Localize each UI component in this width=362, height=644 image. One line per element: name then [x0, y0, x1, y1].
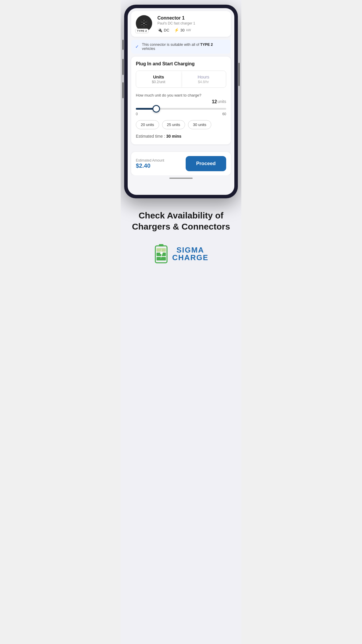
connector-name: Connector 1 [157, 15, 226, 21]
compatibility-text: This connector is suitable with all of T… [142, 43, 227, 51]
slider-unit: units [217, 99, 226, 104]
spec-power: ⚡ 30 kW [174, 28, 191, 32]
chip-30[interactable]: 30 units [188, 120, 211, 129]
tab-units-price: $0.2/unit [138, 80, 179, 84]
logo-area: SIGMA CHARGE [126, 244, 236, 264]
charging-slider[interactable] [136, 108, 226, 110]
tab-selector[interactable]: Units $0.2/unit Hours $4.8/hr [136, 71, 226, 88]
connector-info: Connector 1 Paul's DC fast charger 1 🔌 D… [157, 15, 226, 32]
below-phone: Check Availability of Chargers & Connect… [121, 198, 241, 273]
logo-charge: CHARGE [172, 254, 209, 261]
connector-card: TYPE 2 Connector 1 Paul's DC fast charge… [131, 11, 231, 37]
amount-value: $2.40 [136, 162, 164, 169]
chip-25[interactable]: 25 units [162, 120, 185, 129]
sigma-battery-icon [154, 244, 169, 264]
side-button-1 [122, 40, 124, 50]
tab-hours-price: $4.8/hr [183, 80, 224, 84]
svg-point-4 [145, 22, 147, 23]
amount-label: Estimated Amount [136, 158, 164, 162]
slider-max: 60 [222, 112, 226, 116]
headline: Check Availability of Chargers & Connect… [126, 210, 236, 232]
side-button-2 [122, 59, 124, 75]
lightning-icon: ⚡ [174, 28, 179, 32]
spec-current-type: 🔌 DC [157, 28, 169, 32]
charging-section: Plug In and Start Charging Units $0.2/un… [131, 57, 231, 144]
connector-specs: 🔌 DC ⚡ 30 kW [157, 28, 226, 32]
bottom-bar [128, 175, 234, 181]
side-button-3 [122, 82, 124, 98]
slider-value: 12 [212, 99, 217, 104]
plug-icon: 🔌 [157, 28, 162, 32]
estimated-time: Estimated time : 30 mins [136, 134, 226, 139]
svg-point-5 [145, 24, 147, 25]
connector-header: TYPE 2 Connector 1 Paul's DC fast charge… [136, 15, 226, 33]
phone-frame: TYPE 2 Connector 1 Paul's DC fast charge… [124, 5, 238, 198]
svg-point-2 [143, 22, 145, 24]
phone-screen: TYPE 2 Connector 1 Paul's DC fast charge… [128, 8, 234, 195]
svg-point-3 [143, 20, 145, 22]
tab-hours-label: Hours [183, 74, 224, 79]
connector-icon-wrap: TYPE 2 [136, 15, 153, 33]
quick-chips: 20 units 25 units 30 units [136, 120, 226, 129]
slider-min: 0 [136, 112, 138, 116]
action-bar: Estimated Amount $2.40 Proceed [131, 152, 231, 175]
chip-20[interactable]: 20 units [136, 120, 159, 129]
checkmark-icon: ✓ [135, 44, 139, 49]
type-badge: TYPE 2 [135, 29, 149, 33]
slider-range-row: 0 60 [136, 112, 226, 116]
logo-sigma: SIGMA [172, 246, 209, 254]
tab-units-label: Units [138, 74, 179, 79]
slider-question: How much unit do you want to charge? [136, 93, 226, 97]
connector-subname: Paul's DC fast charger 1 [157, 21, 226, 25]
home-indicator [169, 178, 193, 179]
svg-point-7 [141, 24, 143, 25]
spacer [128, 147, 234, 152]
tab-hours[interactable]: Hours $4.8/hr [181, 71, 226, 88]
svg-rect-10 [159, 244, 164, 246]
compatibility-note: ✓ This connector is suitable with all of… [131, 40, 231, 54]
slider-value-row: 12 units [136, 99, 226, 104]
section-title: Plug In and Start Charging [136, 61, 226, 66]
amount-section: Estimated Amount $2.40 [136, 158, 164, 169]
tab-units[interactable]: Units $0.2/unit [136, 71, 181, 88]
proceed-button[interactable]: Proceed [186, 156, 226, 171]
screen-content: TYPE 2 Connector 1 Paul's DC fast charge… [128, 11, 234, 181]
svg-point-6 [143, 25, 145, 27]
slider-wrap[interactable] [136, 106, 226, 111]
logo-text: SIGMA CHARGE [172, 246, 209, 261]
svg-point-8 [141, 22, 143, 23]
